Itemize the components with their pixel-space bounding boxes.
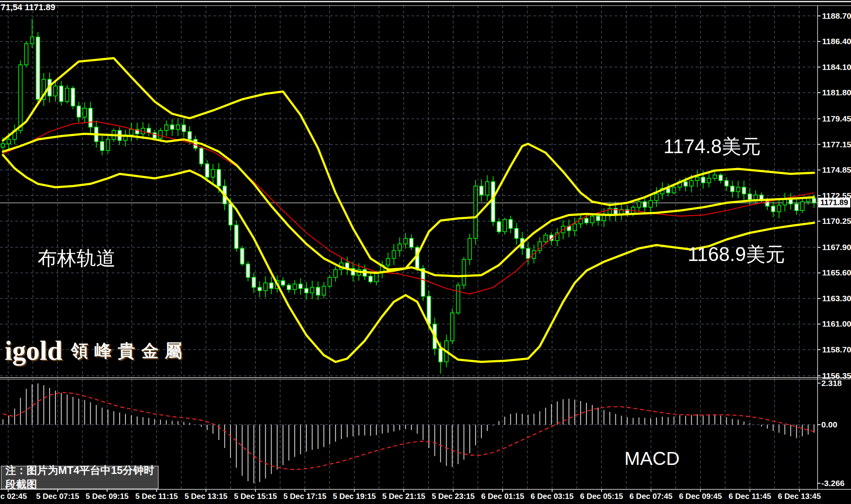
bollinger-band-annotation: 布林轨道	[38, 248, 116, 268]
price-tick-label: 1167.90	[822, 243, 851, 252]
time-tick-label: 5 Dec 13:15	[184, 492, 227, 500]
time-tick-label: 5 Dec 23:15	[432, 492, 475, 500]
price-axis[interactable]: 1188.701186.401184.101181.801179.451177.…	[817, 11, 851, 380]
price-tick-label: 1170.25	[822, 216, 851, 225]
time-tick-label: 5 Dec 15:15	[234, 492, 277, 500]
macd-signal-line	[3, 392, 814, 469]
macd-tick-label: -3.266	[821, 479, 845, 488]
macd-tick-label: 0.00	[821, 420, 837, 429]
time-tick-label: 5 Dec 09:15	[86, 492, 129, 500]
time-tick-label: 6 Dec 13:45	[778, 492, 821, 500]
price-tick-label: 1161.00	[822, 319, 851, 328]
upper-band-price-annotation: 1174.8美元	[663, 137, 761, 156]
macd-tick-label: 2.318	[821, 379, 842, 388]
igold-logo-latin: igold	[5, 336, 63, 366]
price-tick-label: 1163.30	[822, 294, 851, 303]
ohlc-readout: 71,54 1171.89	[1, 3, 55, 12]
time-tick-label: 6 Dec 03:15	[531, 492, 574, 500]
note-text: 注：图片为MT4平台中15分钟时段截图	[5, 463, 158, 491]
price-tick-label: 1184.10	[822, 63, 851, 71]
time-tick-label: 6 Dec 07:45	[629, 492, 672, 500]
price-tick-label: 1181.80	[822, 88, 851, 97]
time-tick-label: 6 Dec 11:45	[729, 492, 771, 500]
macd-indicator-annotation: MACD	[624, 449, 679, 468]
time-tick-label: 6 Dec 05:15	[580, 492, 623, 500]
price-tick-label: 1165.60	[822, 268, 851, 277]
time-tick-label: c 02:45	[0, 492, 27, 500]
time-tick-label: 6 Dec 09:45	[679, 492, 722, 500]
time-tick-label: 5 Dec 17:15	[283, 492, 326, 500]
time-tick-label: 5 Dec 07:15	[36, 492, 79, 500]
bollinger-upper-band	[3, 58, 814, 270]
time-tick-label: 5 Dec 19:15	[333, 492, 376, 500]
mt4-chart-window: 1188.701186.401184.101181.801179.451177.…	[0, 0, 851, 504]
price-tick-label: 1158.70	[822, 345, 851, 354]
igold-logo-chinese: 領峰貴金屬	[71, 341, 188, 360]
macd-axis[interactable]: 2.3180.00-3.266	[817, 379, 845, 488]
price-tick-label: 1174.85	[822, 165, 851, 174]
lower-band-price-annotation: 1168.9美元	[688, 245, 785, 264]
price-tick-label: 1179.45	[822, 114, 851, 123]
price-tick-label: 1186.40	[822, 37, 851, 46]
price-tick-label: 1177.15	[822, 140, 851, 149]
candles	[1, 19, 816, 374]
current-price-tag: 1171.89	[818, 198, 850, 207]
note-box: 注：图片为MT4平台中15分钟时段截图	[1, 466, 159, 489]
time-tick-label: 5 Dec 11:15	[135, 492, 178, 500]
price-tick-label: 1188.70	[822, 11, 851, 20]
time-tick-label: 6 Dec 01:15	[481, 492, 524, 500]
igold-logo: igold領峰貴金屬	[5, 335, 188, 366]
time-tick-label: 5 Dec 21:15	[382, 492, 425, 500]
